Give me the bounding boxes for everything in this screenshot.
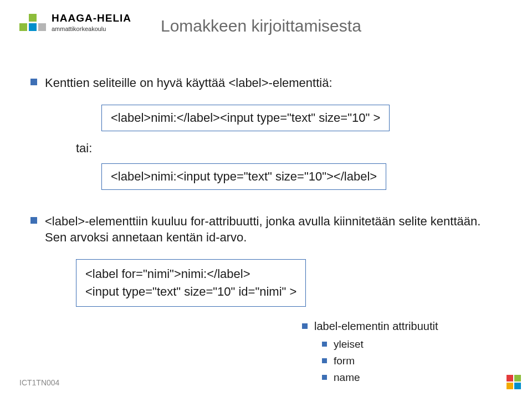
corner-sq: [514, 383, 521, 389]
bullet-text-1: Kenttien seliteille on hyvä käyttää <lab…: [45, 75, 332, 91]
code-box-3: <label for="nimi">nimi:</label> <input t…: [76, 259, 306, 307]
logo: HAAGA-HELIA ammattikorkeakoulu: [19, 12, 131, 32]
page-title: Lomakkeen kirjoittamisesta: [161, 17, 361, 35]
footer-code: ICT1TN004: [19, 378, 59, 387]
corner-sq: [507, 375, 513, 381]
code-box-2: <label>nimi:<input type="text" size="10"…: [101, 163, 386, 190]
corner-sq: [507, 383, 513, 389]
bullet-icon: [30, 79, 37, 85]
logo-text: HAAGA-HELIA: [52, 12, 131, 24]
code-line: <label>nimi:<input type="text" size="10"…: [111, 169, 377, 183]
bullet-icon: [322, 358, 327, 363]
logo-mark: [19, 14, 46, 31]
sub-list: label-elementin attribuutit yleiset form…: [302, 320, 502, 384]
sub-sub-text: name: [334, 372, 360, 384]
bullet-item-2: <label>-elementtiin kuuluu for-attribuut…: [30, 213, 502, 246]
sub-bullet-heading: label-elementin attribuutit: [302, 320, 502, 333]
bullet-icon: [322, 375, 327, 380]
logo-subtitle: ammattikorkeakoulu: [52, 25, 131, 32]
bullet-text-2: <label>-elementtiin kuuluu for-attribuut…: [45, 213, 502, 246]
bullet-icon: [322, 342, 327, 347]
sub-sub-text: yleiset: [334, 338, 364, 350]
bullet-icon: [30, 217, 37, 224]
code-line: <label>nimi:</label><input type="text" s…: [111, 111, 380, 125]
sub-sub-item: yleiset: [322, 338, 502, 350]
corner-sq: [514, 375, 521, 381]
code-line: <label for="nimi">nimi:</label>: [85, 265, 296, 283]
code-box-1: <label>nimi:</label><input type="text" s…: [101, 105, 390, 131]
sub-sub-item: name: [322, 372, 502, 384]
content-area: Kenttien seliteille on hyvä käyttää <lab…: [30, 75, 502, 388]
sub-sub-text: form: [334, 355, 355, 367]
sub-sub-item: form: [322, 355, 502, 367]
bullet-item-1: Kenttien seliteille on hyvä käyttää <lab…: [30, 75, 502, 91]
bullet-icon: [302, 323, 308, 329]
corner-decoration: [507, 375, 521, 389]
code-line: <input type="text" size="10" id="nimi" >: [85, 283, 296, 301]
sub-heading-text: label-elementin attribuutit: [314, 320, 438, 333]
tai-label: tai:: [76, 141, 502, 156]
